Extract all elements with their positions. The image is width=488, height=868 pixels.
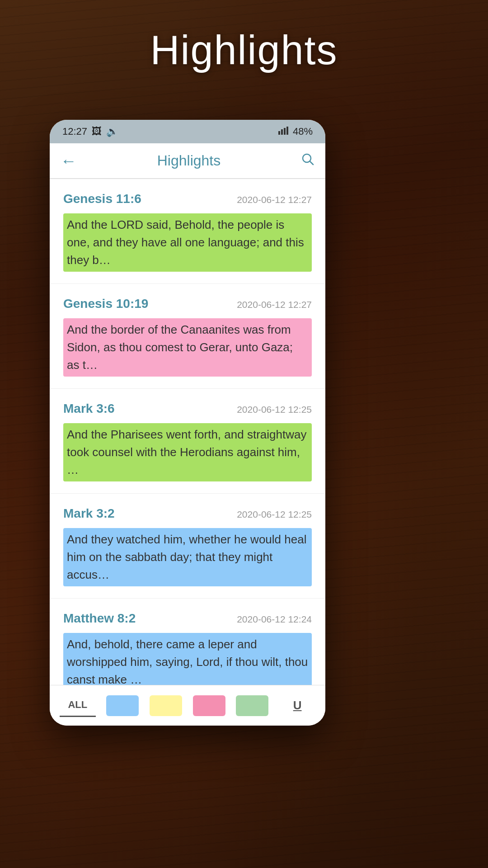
back-button[interactable]: ← — [61, 153, 77, 169]
card-date-4: 2020-06-12 12:24 — [237, 614, 312, 625]
bluetooth-icon: 🔊 — [106, 126, 118, 137]
content-area: Genesis 11:6 2020-06-12 12:27 And the LO… — [50, 179, 325, 685]
card-text-2: And the Pharisees went forth, and straig… — [63, 423, 312, 481]
highlight-card-2[interactable]: Mark 3:6 2020-06-12 12:25 And the Pharis… — [50, 389, 325, 494]
bottom-bar: ALL U — [50, 685, 325, 726]
status-time: 12:27 — [62, 126, 87, 137]
header-title: Highlights — [157, 152, 221, 169]
card-reference-0: Genesis 11:6 — [63, 192, 141, 206]
svg-line-5 — [310, 161, 313, 165]
svg-rect-0 — [278, 131, 280, 135]
highlight-card-4[interactable]: Matthew 8:2 2020-06-12 12:24 And, behold… — [50, 599, 325, 685]
card-header-0: Genesis 11:6 2020-06-12 12:27 — [63, 192, 312, 206]
card-header-3: Mark 3:2 2020-06-12 12:25 — [63, 506, 312, 521]
highlight-card-1[interactable]: Genesis 10:19 2020-06-12 12:27 And the b… — [50, 284, 325, 389]
card-header-4: Matthew 8:2 2020-06-12 12:24 — [63, 611, 312, 626]
card-reference-3: Mark 3:2 — [63, 506, 115, 521]
status-bar: 12:27 🖼 🔊 48% — [50, 120, 325, 143]
card-text-1: And the border of the Canaanites was fro… — [63, 318, 312, 377]
status-right: 48% — [278, 126, 313, 137]
tab-pink[interactable] — [193, 695, 225, 716]
card-text-0: And the LORD said, Behold, the people is… — [63, 213, 312, 272]
tab-green[interactable] — [236, 695, 268, 716]
status-left: 12:27 🖼 🔊 — [62, 126, 118, 137]
tab-underline[interactable]: U — [279, 694, 315, 717]
app-header: ← Highlights — [50, 143, 325, 179]
photo-icon: 🖼 — [92, 126, 102, 137]
card-header-1: Genesis 10:19 2020-06-12 12:27 — [63, 297, 312, 311]
highlight-card-3[interactable]: Mark 3:2 2020-06-12 12:25 And they watch… — [50, 494, 325, 599]
card-date-3: 2020-06-12 12:25 — [237, 509, 312, 520]
svg-rect-2 — [284, 128, 286, 135]
card-reference-4: Matthew 8:2 — [63, 611, 136, 626]
card-reference-1: Genesis 10:19 — [63, 297, 148, 311]
tab-underline-label: U — [293, 698, 302, 712]
page-title: Highlights — [0, 27, 488, 74]
card-date-2: 2020-06-12 12:25 — [237, 404, 312, 415]
page-title-wrapper: Highlights — [0, 27, 488, 74]
tab-blue[interactable] — [106, 695, 139, 716]
phone-frame: 12:27 🖼 🔊 48% ← Highlights — [50, 120, 325, 726]
card-date-1: 2020-06-12 12:27 — [237, 299, 312, 310]
svg-rect-3 — [286, 127, 288, 135]
svg-rect-1 — [281, 129, 283, 135]
tab-all-label: ALL — [68, 699, 87, 711]
battery-text: 48% — [293, 126, 313, 137]
highlight-card-0[interactable]: Genesis 11:6 2020-06-12 12:27 And the LO… — [50, 179, 325, 284]
tab-yellow[interactable] — [150, 695, 182, 716]
card-date-0: 2020-06-12 12:27 — [237, 194, 312, 205]
card-text-3: And they watched him, whether he would h… — [63, 528, 312, 586]
search-button[interactable] — [301, 152, 314, 169]
card-reference-2: Mark 3:6 — [63, 401, 115, 416]
card-text-4: And, behold, there came a leper and wors… — [63, 633, 312, 685]
card-header-2: Mark 3:6 2020-06-12 12:25 — [63, 401, 312, 416]
tab-all[interactable]: ALL — [60, 694, 96, 717]
signal-icon — [278, 126, 289, 137]
